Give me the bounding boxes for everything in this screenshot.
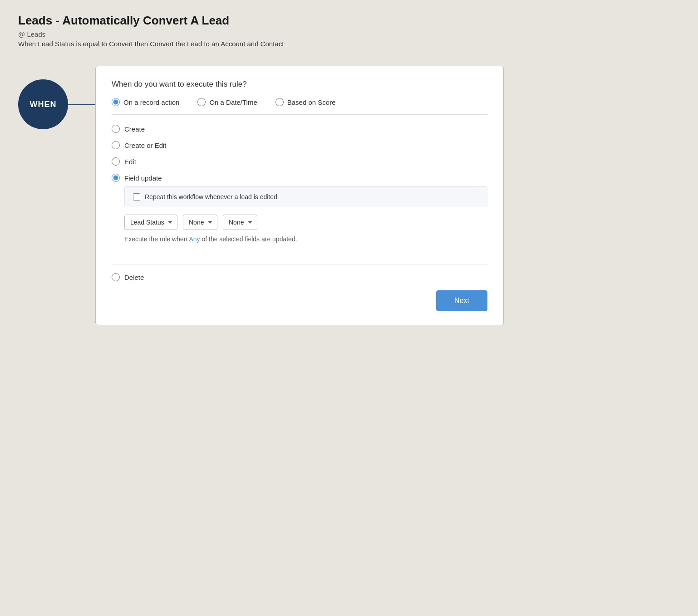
option-field-update[interactable]: Field update — [112, 174, 487, 182]
record-action-group: Create Create or Edit Edit Field update — [112, 125, 487, 281]
label-edit: Edit — [124, 158, 136, 166]
page-description: When Lead Status is equal to Convert the… — [18, 40, 680, 48]
none-dropdown-1[interactable]: None — [183, 215, 217, 230]
panel-footer: Next — [112, 290, 487, 311]
label-based-on-score: Based on Score — [287, 98, 336, 106]
label-on-date-time: On a Date/Time — [209, 98, 257, 106]
option-on-date-time[interactable]: On a Date/Time — [197, 98, 257, 106]
option-based-on-score[interactable]: Based on Score — [275, 98, 336, 106]
execute-text-after: of the selected fields are updated. — [200, 235, 297, 243]
when-circle: WHEN — [18, 79, 68, 129]
any-link[interactable]: Any — [189, 235, 200, 243]
dropdowns-row: Lead Status None None — [124, 215, 487, 230]
radio-based-on-score[interactable] — [275, 98, 284, 106]
option-delete-wrapper: Delete — [112, 260, 487, 281]
option-create-or-edit[interactable]: Create or Edit — [112, 141, 487, 149]
label-create: Create — [124, 125, 145, 133]
radio-delete[interactable] — [112, 273, 120, 281]
label-on-record-action: On a record action — [123, 98, 179, 106]
next-button[interactable]: Next — [436, 290, 487, 311]
repeat-workflow-label: Repeat this workflow whenever a lead is … — [145, 193, 277, 200]
when-label: WHEN — [30, 100, 57, 109]
option-create[interactable]: Create — [112, 125, 487, 133]
divider — [112, 264, 487, 265]
label-create-or-edit: Create or Edit — [124, 142, 167, 149]
radio-on-record-action[interactable] — [112, 98, 120, 106]
option-on-record-action[interactable]: On a record action — [112, 98, 179, 106]
workflow-area: WHEN When do you want to execute this ru… — [18, 66, 680, 325]
option-field-update-wrapper: Field update Repeat this workflow whenev… — [112, 174, 487, 252]
option-delete[interactable]: Delete — [112, 273, 487, 281]
page-subtitle: @ Leads — [18, 30, 680, 38]
radio-create-or-edit[interactable] — [112, 141, 120, 149]
repeat-workflow-row[interactable]: Repeat this workflow whenever a lead is … — [133, 193, 479, 200]
repeat-workflow-checkbox[interactable] — [133, 193, 140, 200]
connector-line — [68, 104, 95, 105]
panel-question: When do you want to execute this rule? — [112, 80, 487, 89]
execute-rule-text: Execute the rule when Any of the selecte… — [124, 235, 487, 243]
field-update-sub-panel: Repeat this workflow whenever a lead is … — [124, 186, 487, 207]
radio-field-update[interactable] — [112, 174, 120, 182]
execute-text-before: Execute the rule when — [124, 235, 189, 243]
lead-status-dropdown[interactable]: Lead Status — [124, 215, 177, 230]
label-delete: Delete — [124, 274, 144, 281]
radio-on-date-time[interactable] — [197, 98, 206, 106]
label-field-update: Field update — [124, 174, 162, 182]
radio-create[interactable] — [112, 125, 120, 133]
radio-edit[interactable] — [112, 157, 120, 166]
none-dropdown-2[interactable]: None — [223, 215, 257, 230]
execution-type-group: On a record action On a Date/Time Based … — [112, 98, 487, 115]
rule-panel: When do you want to execute this rule? O… — [95, 66, 504, 325]
option-edit[interactable]: Edit — [112, 157, 487, 166]
page-title: Leads - Automatically Convert A Lead — [18, 14, 680, 28]
